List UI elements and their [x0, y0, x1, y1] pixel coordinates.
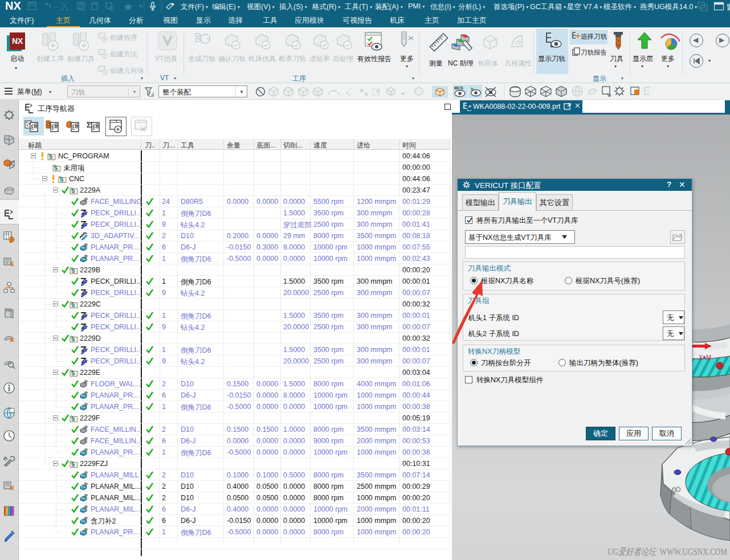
svg-text:MCS: MCS	[454, 86, 463, 90]
svg-text:M: M	[706, 354, 711, 361]
svg-text:X: X	[699, 354, 703, 361]
